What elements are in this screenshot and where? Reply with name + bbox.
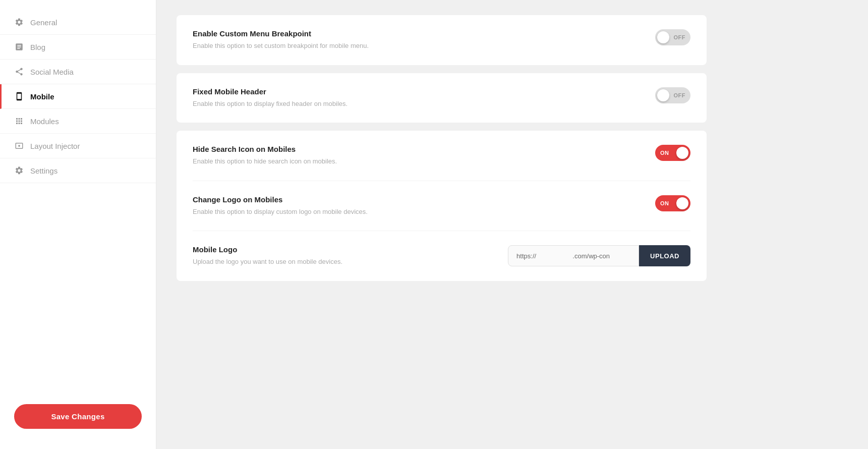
- toggle-hide-search[interactable]: ON: [655, 145, 690, 161]
- setting-control-change-logo: ON: [655, 195, 690, 211]
- toggle-fixed-header[interactable]: OFF: [655, 87, 690, 103]
- setting-desc-custom-menu: Enable this option to set custom breakpo…: [193, 41, 394, 51]
- sidebar-item-label: Modules: [30, 117, 59, 126]
- toggle-change-logo[interactable]: ON: [655, 195, 690, 211]
- sidebar-item-general[interactable]: General: [0, 10, 156, 35]
- toggle-knob-change-logo: [676, 197, 688, 209]
- setting-label-hide-search: Hide Search Icon on Mobiles Enable this …: [193, 145, 635, 166]
- mobile-icon: [14, 91, 24, 101]
- setting-row-mobile-logo: Mobile Logo Upload the logo you want to …: [193, 231, 690, 267]
- setting-title-custom-menu: Enable Custom Menu Breakpoint: [193, 29, 635, 38]
- setting-title-mobile-logo: Mobile Logo: [193, 245, 488, 254]
- sidebar-item-layout-injector[interactable]: Layout Injector: [0, 134, 156, 158]
- toggle-knob-hide-search: [676, 147, 688, 159]
- upload-button[interactable]: UPLOAD: [639, 245, 690, 266]
- svg-point-0: [18, 145, 20, 147]
- sidebar: General Blog Social Media Mobile Modules…: [0, 0, 156, 449]
- setting-title-change-logo: Change Logo on Mobiles: [193, 195, 635, 204]
- upload-row: UPLOAD: [508, 245, 690, 266]
- sidebar-item-social-media[interactable]: Social Media: [0, 60, 156, 84]
- setting-desc-mobile-logo: Upload the logo you want to use on mobil…: [193, 257, 394, 267]
- setting-control-fixed-header: OFF: [655, 87, 690, 103]
- sidebar-item-label: Social Media: [30, 68, 74, 76]
- toggle-label-custom-menu: OFF: [674, 34, 686, 40]
- setting-control-hide-search: ON: [655, 145, 690, 161]
- setting-title-fixed-header: Fixed Mobile Header: [193, 87, 635, 96]
- modules-icon: [14, 116, 24, 126]
- card-fixed-mobile-header: Fixed Mobile Header Enable this option t…: [177, 73, 707, 123]
- setting-title-hide-search: Hide Search Icon on Mobiles: [193, 145, 635, 153]
- sidebar-item-blog[interactable]: Blog: [0, 35, 156, 60]
- sidebar-item-label: Blog: [30, 43, 45, 51]
- setting-row-custom-menu: Enable Custom Menu Breakpoint Enable thi…: [193, 29, 690, 51]
- sidebar-item-label: Settings: [30, 166, 57, 175]
- setting-row-hide-search: Hide Search Icon on Mobiles Enable this …: [193, 145, 690, 166]
- right-panel: [727, 0, 868, 449]
- toggle-label-change-logo: ON: [660, 200, 669, 206]
- setting-desc-hide-search: Enable this option to hide search icon o…: [193, 156, 394, 166]
- sidebar-item-modules[interactable]: Modules: [0, 109, 156, 134]
- setting-control-mobile-logo: UPLOAD: [508, 245, 690, 266]
- setting-label-fixed-header: Fixed Mobile Header Enable this option t…: [193, 87, 635, 109]
- setting-label-change-logo: Change Logo on Mobiles Enable this optio…: [193, 195, 635, 217]
- layout-icon: [14, 141, 24, 151]
- sidebar-item-label: General: [30, 18, 57, 27]
- sidebar-item-settings[interactable]: Settings: [0, 158, 156, 183]
- sidebar-item-label: Layout Injector: [30, 142, 80, 150]
- toggle-label-hide-search: ON: [660, 150, 669, 156]
- setting-row-change-logo: Change Logo on Mobiles Enable this optio…: [193, 181, 690, 217]
- blog-icon: [14, 42, 24, 52]
- sidebar-item-label: Mobile: [30, 92, 54, 101]
- settings-gear-icon: [14, 165, 24, 176]
- main-content: Enable Custom Menu Breakpoint Enable thi…: [156, 0, 727, 449]
- card-mobile-options: Hide Search Icon on Mobiles Enable this …: [177, 131, 707, 281]
- sidebar-item-mobile[interactable]: Mobile: [0, 84, 156, 109]
- toggle-knob-fixed-header: [657, 89, 669, 101]
- toggle-knob-custom-menu: [657, 31, 669, 43]
- card-custom-menu-breakpoint: Enable Custom Menu Breakpoint Enable thi…: [177, 15, 707, 65]
- setting-label-custom-menu: Enable Custom Menu Breakpoint Enable thi…: [193, 29, 635, 51]
- setting-label-mobile-logo: Mobile Logo Upload the logo you want to …: [193, 245, 488, 267]
- setting-desc-change-logo: Enable this option to display custom log…: [193, 207, 394, 217]
- gear-icon: [14, 17, 24, 27]
- sidebar-bottom: Save Changes: [0, 394, 156, 439]
- upload-url-input[interactable]: [508, 245, 639, 266]
- toggle-custom-menu[interactable]: OFF: [655, 29, 690, 45]
- social-icon: [14, 67, 24, 77]
- setting-control-custom-menu: OFF: [655, 29, 690, 45]
- save-changes-button[interactable]: Save Changes: [14, 404, 142, 429]
- setting-row-fixed-header: Fixed Mobile Header Enable this option t…: [193, 87, 690, 109]
- setting-desc-fixed-header: Enable this option to display fixed head…: [193, 99, 394, 109]
- toggle-label-fixed-header: OFF: [674, 92, 686, 98]
